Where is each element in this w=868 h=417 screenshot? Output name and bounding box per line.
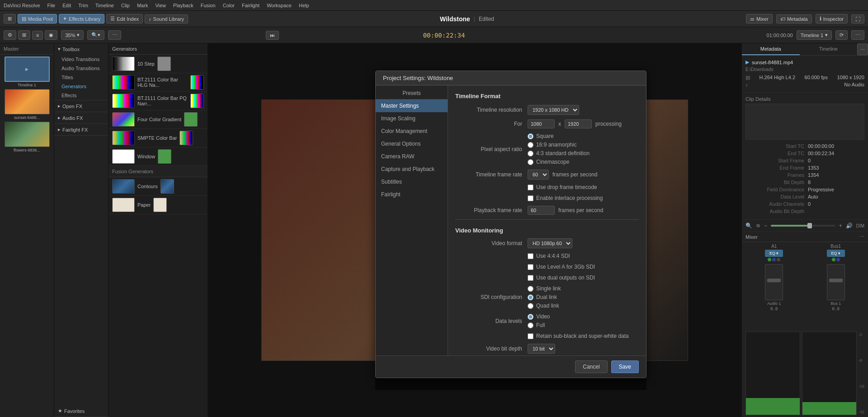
timeline-zoom[interactable]: 35% ▾	[61, 30, 84, 40]
dialog-presets[interactable]: Presets	[376, 87, 448, 100]
zoom-out-icon[interactable]: 🔍	[745, 223, 752, 229]
effects-item[interactable]: Effects	[54, 91, 108, 100]
radio-quad-link[interactable]: Quad link	[528, 303, 561, 309]
metadata-button[interactable]: 🏷 Metadata	[776, 14, 812, 24]
video-bit-depth-select[interactable]: 10 bit	[528, 344, 555, 354]
fader-bus1[interactable]	[827, 264, 845, 300]
sunset-thumb[interactable]: sunset-8488...	[2, 89, 52, 120]
sound-library-button[interactable]: ♪ Sound Library	[145, 14, 188, 24]
menu-trim[interactable]: Trim	[78, 3, 88, 8]
radio-169[interactable]: 16:9 anamorphic	[528, 142, 590, 148]
tab-metadata[interactable]: Metadata	[742, 43, 800, 55]
timeline-marker[interactable]: ◉	[45, 30, 57, 40]
interlace-checkbox-item[interactable]: Enable interlace processing	[528, 195, 603, 201]
playback-rate-input[interactable]	[528, 206, 555, 215]
play-controls[interactable]: ⏭	[266, 31, 279, 40]
level-a-checkbox-item[interactable]: Use Level A for 3Gb SDI	[528, 264, 595, 270]
generator-10step[interactable]: 10 Step	[108, 55, 208, 73]
dual-outputs-checkbox[interactable]	[528, 275, 533, 281]
radio-43[interactable]: 4:3 standard definition	[528, 150, 590, 156]
radio-169-input[interactable]	[528, 142, 533, 148]
generator-smpte[interactable]: SMPTE Color Bar	[108, 129, 208, 147]
radio-single-link-input[interactable]	[528, 286, 533, 292]
sidebar-image-scaling[interactable]: Image Scaling	[376, 112, 448, 125]
menu-fairlight[interactable]: Fairlight	[242, 3, 259, 8]
menu-clip[interactable]: Clip	[121, 3, 130, 8]
edit-index-button[interactable]: ☰ Edit Index	[106, 14, 143, 24]
timeline-more[interactable]: ⋯	[851, 30, 864, 40]
use-444-checkbox-item[interactable]: Use 4:4:4 SDI	[528, 253, 570, 259]
timeline-name-btn[interactable]: Timeline 1 ▾	[797, 30, 832, 40]
timeline-thumb[interactable]: ▶ Timeline 1	[2, 57, 52, 87]
fader-bus1-handle[interactable]	[829, 279, 843, 282]
channel-bus1-eq[interactable]: EQ ▾	[827, 250, 845, 257]
cancel-button[interactable]: Cancel	[575, 360, 607, 373]
plus-icon[interactable]: +	[839, 223, 842, 229]
fader-a1-handle[interactable]	[767, 279, 781, 282]
frame-rate-select[interactable]: 60	[528, 170, 549, 180]
menu-workspace[interactable]: Workspace	[267, 3, 292, 8]
drop-frame-checkbox-item[interactable]: Use drop frame timecode	[528, 184, 597, 190]
menu-mark[interactable]: Mark	[137, 3, 148, 8]
radio-full[interactable]: Full	[528, 322, 550, 328]
audio-transitions-item[interactable]: Audio Transitions	[54, 64, 108, 73]
menu-davinci[interactable]: DaVinci Resolve	[4, 3, 40, 8]
mixer-button[interactable]: ⚌ Mixer	[746, 14, 773, 24]
fairlight-fx-header[interactable]: ▸ Fairlight FX	[54, 124, 108, 135]
radio-square[interactable]: Square	[528, 133, 590, 139]
radio-video[interactable]: Video	[528, 313, 550, 320]
retain-sub-checkbox[interactable]	[528, 333, 533, 339]
mixer-options[interactable]: ⋯	[859, 234, 864, 240]
sidebar-subtitles[interactable]: Subtitles	[376, 175, 448, 188]
sidebar-general-options[interactable]: General Options	[376, 137, 448, 150]
effects-library-button[interactable]: ✦ Effects Library	[59, 14, 104, 24]
timeline-view-options[interactable]: ⊞	[18, 30, 30, 40]
width-input[interactable]	[528, 119, 555, 128]
generator-bt2111a[interactable]: BT.2111 Color Bar HLG Na...	[108, 73, 208, 92]
inspector-button[interactable]: ℹ Inspector	[816, 14, 848, 24]
sidebar-master-settings[interactable]: Master Settings	[376, 100, 448, 112]
timeline-track-options[interactable]: ≡	[32, 31, 43, 40]
radio-cinemascope-input[interactable]	[528, 159, 533, 165]
retain-sub-checkbox-item[interactable]: Retain sub-black and super-white data	[528, 333, 629, 339]
toolbox-header[interactable]: ▾ Toolbox	[54, 43, 108, 55]
waveform-icon[interactable]: ≋	[756, 223, 760, 229]
menu-view[interactable]: View	[155, 3, 166, 8]
generator-paper[interactable]: Paper	[108, 196, 208, 214]
radio-video-input[interactable]	[528, 314, 533, 320]
video-format-select[interactable]: HD 1080p 60	[528, 238, 572, 248]
volume-slider[interactable]	[771, 225, 835, 227]
radio-dual-link-input[interactable]	[528, 294, 533, 300]
speaker-icon[interactable]: 🔊	[846, 223, 853, 229]
drop-frame-checkbox[interactable]	[528, 185, 533, 190]
timeline-resolution-select[interactable]: 1920 x 1080 HD	[528, 105, 579, 115]
sidebar-color-management[interactable]: Color Management	[376, 125, 448, 137]
fader-a1[interactable]	[765, 264, 783, 300]
flowers-thumb[interactable]: flowers-6836...	[2, 122, 52, 152]
menu-file[interactable]: File	[47, 3, 56, 8]
timeline-extra[interactable]: ⋯	[108, 30, 121, 40]
interlace-checkbox[interactable]	[528, 195, 533, 201]
dual-outputs-checkbox-item[interactable]: Use dual outputs on SDI	[528, 275, 595, 281]
tab-timeline[interactable]: Timeline	[800, 43, 858, 55]
radio-cinemascope[interactable]: Cinemascope	[528, 159, 590, 165]
search-button[interactable]: 🔍▾	[87, 30, 104, 40]
generator-contours[interactable]: Contours	[108, 177, 208, 196]
volume-handle[interactable]	[807, 223, 812, 228]
menu-timeline[interactable]: Timeline	[95, 3, 114, 8]
menu-playback[interactable]: Playback	[173, 3, 193, 8]
menu-color[interactable]: Color	[223, 3, 235, 8]
menu-edit[interactable]: Edit	[62, 3, 71, 8]
use-444-checkbox[interactable]	[528, 253, 533, 259]
level-a-checkbox[interactable]	[528, 264, 533, 270]
save-button[interactable]: Save	[611, 360, 639, 373]
generator-window[interactable]: Window	[108, 147, 208, 166]
menu-fusion[interactable]: Fusion	[201, 3, 216, 8]
radio-full-input[interactable]	[528, 322, 533, 328]
timeline-options[interactable]: ⚙	[4, 30, 16, 40]
open-fx-header[interactable]: ▸ Open FX	[54, 100, 108, 112]
media-pool-button[interactable]: ▤ Media Pool	[18, 14, 57, 24]
radio-43-input[interactable]	[528, 151, 533, 156]
radio-dual-link[interactable]: Dual link	[528, 294, 561, 300]
sidebar-camera-raw[interactable]: Camera RAW	[376, 150, 448, 163]
